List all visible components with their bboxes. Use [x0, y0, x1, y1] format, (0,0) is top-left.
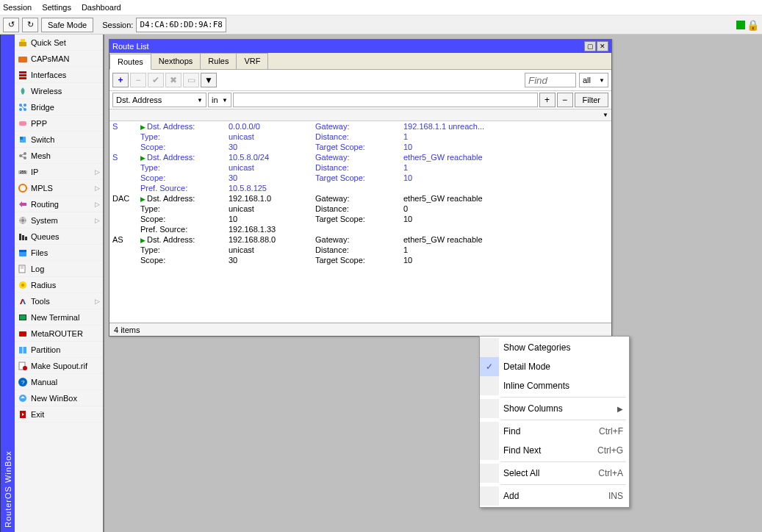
sidebar-item-make-supout-rif[interactable]: Make Supout.rif: [15, 358, 103, 374]
undo-button[interactable]: ↺: [3, 18, 19, 32]
route-row[interactable]: Type:unicastDistance:1: [109, 245, 611, 255]
route-value: 30: [229, 173, 315, 182]
sidebar-icon: 255: [18, 167, 28, 177]
svg-rect-4: [19, 74, 26, 76]
tab-nexthops[interactable]: Nexthops: [151, 53, 201, 69]
enable-button[interactable]: ✔: [148, 73, 164, 87]
route-row[interactable]: DAC▶Dst. Address:192.168.1.0Gateway:ethe…: [109, 193, 611, 204]
filter-remove-button[interactable]: −: [557, 93, 573, 107]
menu-item-add[interactable]: AddINS: [480, 486, 629, 506]
route-list-header[interactable]: ▼: [109, 109, 611, 121]
sidebar-item-system[interactable]: System▷: [15, 212, 103, 229]
menu-session[interactable]: Session: [3, 3, 32, 12]
sidebar-item-new-terminal[interactable]: New Terminal: [15, 309, 103, 326]
disable-button[interactable]: ✖: [165, 73, 181, 87]
route-row[interactable]: Pref. Source:192.168.1.33: [109, 224, 611, 234]
menu-item-show-columns[interactable]: Show Columns▶: [480, 399, 629, 418]
window-titlebar[interactable]: Route List ▢ ✕: [109, 40, 611, 53]
route-row[interactable]: Type:unicastDistance:0: [109, 204, 611, 214]
filter-add-button[interactable]: +: [539, 93, 556, 107]
sidebar-item-bridge[interactable]: Bridge: [15, 99, 103, 115]
filter-op-dropdown[interactable]: in▼: [208, 93, 231, 107]
filter-button[interactable]: ▼: [201, 73, 217, 87]
menu-item-find-next[interactable]: Find NextCtrl+G: [480, 441, 629, 460]
menu-item-label: Show Categories: [503, 342, 570, 353]
comment-button[interactable]: ▭: [183, 73, 199, 87]
sidebar-item-switch[interactable]: Switch: [15, 132, 103, 148]
route-value: 192.168.1.0: [229, 194, 315, 203]
route-row[interactable]: Type:unicastDistance:1: [109, 162, 611, 173]
route-flag: [112, 204, 140, 213]
remove-button[interactable]: −: [130, 73, 146, 87]
sidebar-item-new-winbox[interactable]: New WinBox: [15, 390, 103, 406]
sidebar-item-quick-set[interactable]: Quick Set: [15, 35, 103, 51]
route-value: [403, 184, 550, 193]
minimize-button[interactable]: ▢: [584, 41, 596, 51]
sidebar-item-label: Make Supout.rif: [31, 362, 87, 370]
route-value: 0: [403, 204, 550, 213]
sidebar-item-partition[interactable]: Partition: [15, 342, 103, 358]
window-toolbar: + − ✔ ✖ ▭ ▼ all▼: [109, 70, 611, 91]
sidebar-item-tools[interactable]: Tools▷: [15, 293, 103, 309]
menu-item-label: Show Columns: [503, 403, 563, 414]
sidebar-item-label: Partition: [31, 345, 60, 354]
add-button[interactable]: +: [112, 73, 129, 87]
route-row[interactable]: Scope:30Target Scope:10: [109, 142, 611, 152]
menu-item-select-all[interactable]: Select AllCtrl+A: [480, 464, 629, 483]
safe-mode-button[interactable]: Safe Mode: [41, 18, 93, 32]
route-row[interactable]: Scope:10Target Scope:10: [109, 214, 611, 224]
sidebar-item-interfaces[interactable]: Interfaces: [15, 67, 103, 83]
menu-item-show-categories[interactable]: Show Categories: [480, 338, 629, 357]
menubar[interactable]: Session Settings Dashboard: [0, 0, 762, 15]
tab-routes[interactable]: Routes: [109, 54, 151, 70]
sidebar-item-radius[interactable]: Radius: [15, 277, 103, 293]
filter-apply-button[interactable]: Filter: [575, 93, 608, 107]
all-dropdown[interactable]: all▼: [579, 73, 608, 87]
menu-item-detail-mode[interactable]: ✓Detail Mode: [480, 357, 629, 376]
filter-value-input[interactable]: [233, 93, 538, 107]
route-label: Target Scope:: [315, 143, 403, 151]
sidebar-item-log[interactable]: Log: [15, 261, 103, 277]
tab-rules[interactable]: Rules: [200, 53, 237, 69]
route-label: Distance:: [315, 204, 403, 213]
filter-field-dropdown[interactable]: Dst. Address▼: [112, 93, 206, 107]
menu-dashboard[interactable]: Dashboard: [82, 3, 121, 12]
tab-vrf[interactable]: VRF: [236, 53, 268, 69]
sidebar-item-queues[interactable]: Queues: [15, 229, 103, 245]
menu-item-label: Detail Mode: [503, 362, 550, 372]
sidebar-item-metarouter[interactable]: MetaROUTER: [15, 326, 103, 342]
check-icon: ✓: [480, 357, 499, 376]
sidebar-item-routing[interactable]: Routing▷: [15, 196, 103, 212]
sidebar-item-mpls[interactable]: MPLS▷: [15, 180, 103, 196]
sidebar-icon: [18, 183, 28, 193]
route-row[interactable]: Pref. Source:10.5.8.125: [109, 183, 611, 193]
route-row[interactable]: Scope:30Target Scope:10: [109, 173, 611, 183]
sidebar-item-wireless[interactable]: Wireless: [15, 83, 103, 99]
menu-item-inline-comments[interactable]: Inline Comments: [480, 376, 629, 395]
sidebar-item-mesh[interactable]: Mesh: [15, 148, 103, 164]
sidebar-item-exit[interactable]: Exit: [15, 406, 103, 423]
svg-rect-36: [19, 331, 26, 337]
route-row[interactable]: S▶Dst. Address:10.5.8.0/24Gateway:ether5…: [109, 152, 611, 162]
menu-settings[interactable]: Settings: [42, 3, 71, 12]
find-input[interactable]: [525, 73, 576, 87]
route-label: Gateway:: [315, 235, 403, 244]
route-row[interactable]: Type:unicastDistance:1: [109, 132, 611, 142]
menu-item-find[interactable]: FindCtrl+F: [480, 422, 629, 441]
menu-shortcut: INS: [608, 491, 623, 501]
route-row[interactable]: AS▶Dst. Address:192.168.88.0Gateway:ethe…: [109, 234, 611, 245]
route-row[interactable]: S▶Dst. Address:0.0.0.0/0Gateway:192.168.…: [109, 121, 611, 132]
status-green-icon: [736, 21, 745, 29]
sidebar-item-files[interactable]: Files: [15, 245, 103, 261]
sidebar-item-ip[interactable]: 255IP▷: [15, 164, 103, 180]
sidebar-item-ppp[interactable]: PPP: [15, 115, 103, 132]
close-button[interactable]: ✕: [597, 41, 608, 51]
redo-button[interactable]: ↻: [22, 18, 38, 32]
sidebar-icon: [18, 312, 28, 323]
route-flag: [112, 163, 140, 172]
sidebar-item-manual[interactable]: ?Manual: [15, 374, 103, 390]
sidebar-icon: [18, 264, 28, 274]
sidebar-item-capsman[interactable]: CAPsMAN: [15, 51, 103, 67]
route-value: ether5_GW reachable: [403, 153, 550, 162]
route-row[interactable]: Scope:30Target Scope:10: [109, 255, 611, 265]
